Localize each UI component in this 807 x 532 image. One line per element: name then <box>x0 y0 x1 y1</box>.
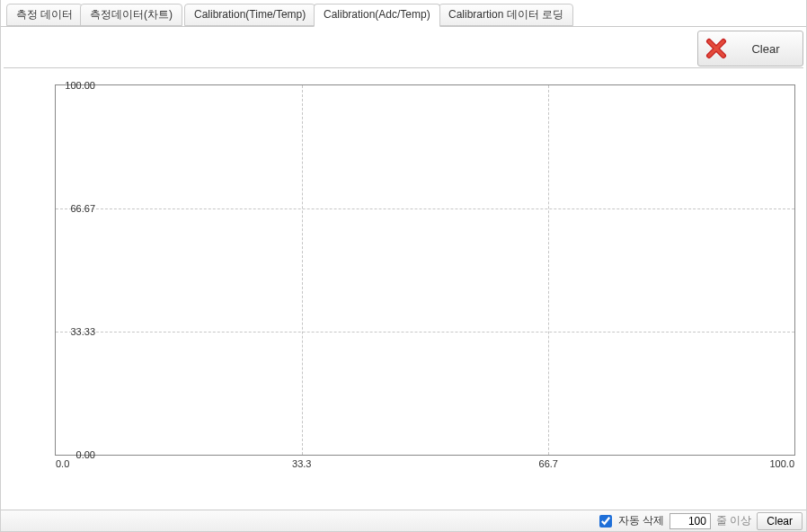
log-clear-button[interactable]: Clear <box>757 512 803 530</box>
tab-label: Calibration(Time/Temp) <box>194 8 306 21</box>
log-status-bar: 자동 삭제 줄 이상 Clear <box>1 510 806 531</box>
chart-gridline-horizontal <box>56 332 794 332</box>
tab-calibration-adc-temp[interactable]: Calibration(Adc/Temp) <box>314 4 440 27</box>
auto-delete-checkbox-wrapper[interactable]: 자동 삭제 <box>596 512 664 530</box>
app-window: 측정 데이터 측정데이터(차트) Calibration(Time/Temp) … <box>0 0 807 532</box>
line-threshold-suffix: 줄 이상 <box>716 513 751 528</box>
chart-xtick-label: 100.0 <box>769 458 794 469</box>
chart-gridline-vertical <box>548 85 549 455</box>
line-threshold-input[interactable] <box>670 513 711 529</box>
chart-ytick-label: 0.00 <box>56 449 95 460</box>
tab-measure-chart[interactable]: 측정데이터(차트) <box>80 4 182 26</box>
chart-clear-button-label: Clear <box>740 42 803 56</box>
tab-calibration-data-loading[interactable]: Calibrartion 데이터 로딩 <box>439 4 573 26</box>
tab-strip: 측정 데이터 측정데이터(차트) Calibration(Time/Temp) … <box>1 0 806 29</box>
chart-ytick-label: 33.33 <box>56 326 95 337</box>
tab-measure-data[interactable]: 측정 데이터 <box>6 4 83 26</box>
close-icon <box>705 38 727 59</box>
chart-gridline-vertical <box>302 85 303 455</box>
auto-delete-checkbox[interactable] <box>599 515 612 528</box>
chart-toolbar: Clear <box>4 31 803 68</box>
tab-label: 측정데이터(차트) <box>90 8 173 21</box>
log-clear-button-label: Clear <box>767 515 793 528</box>
chart-xtick-label: 33.3 <box>292 458 311 469</box>
chart-ytick-label: 100.00 <box>56 80 95 91</box>
chart-area: 0.033.366.7100.00.0033.3366.67100.00 <box>4 77 803 483</box>
tab-calibration-time-temp[interactable]: Calibration(Time/Temp) <box>184 4 315 26</box>
tab-label: Calibration(Adc/Temp) <box>324 8 430 21</box>
chart-ytick-label: 66.67 <box>56 203 95 214</box>
tab-label: Calibrartion 데이터 로딩 <box>448 8 563 21</box>
chart-plot[interactable]: 0.033.366.7100.00.0033.3366.67100.00 <box>55 84 795 456</box>
auto-delete-label: 자동 삭제 <box>618 513 664 528</box>
chart-xtick-label: 66.7 <box>539 458 558 469</box>
chart-gridline-horizontal <box>56 208 794 209</box>
tab-label: 측정 데이터 <box>16 8 73 21</box>
chart-clear-button[interactable]: Clear <box>697 31 803 66</box>
